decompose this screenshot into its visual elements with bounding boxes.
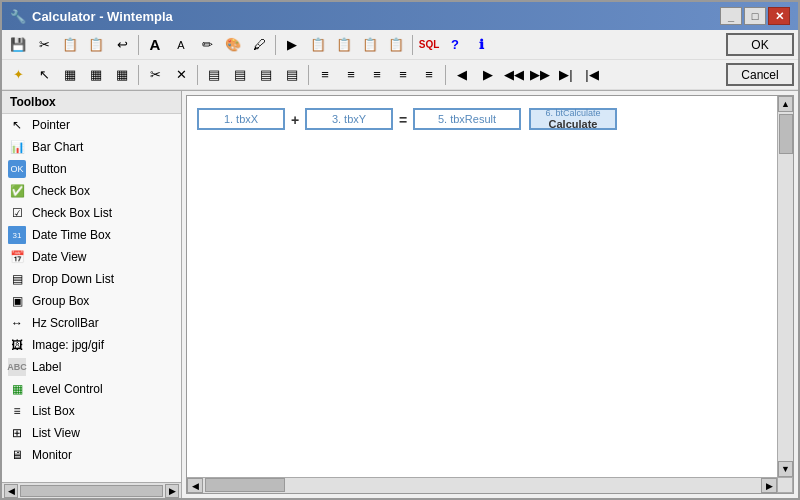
- toolbox-item-level-control[interactable]: ▦ Level Control: [2, 378, 181, 400]
- tb-icon-5[interactable]: 📋: [384, 34, 408, 56]
- nav-4[interactable]: ▶▶: [528, 64, 552, 86]
- canvas-container: 1. tbxX + 3. tbxY = 5. tbxResult 6. btCa…: [182, 91, 798, 498]
- font-a-button[interactable]: A: [143, 34, 167, 56]
- grid-4[interactable]: ▤: [280, 64, 304, 86]
- toolbox-hscroll-left[interactable]: ◀: [4, 484, 18, 498]
- layout-3[interactable]: ≡: [365, 64, 389, 86]
- sql-button[interactable]: SQL: [417, 34, 441, 56]
- toolbox-label-monitor: Monitor: [32, 448, 72, 462]
- toolbox: Toolbox ↖ Pointer 📊 Bar Chart OK Button …: [2, 91, 182, 498]
- nav-6[interactable]: |◀: [580, 64, 604, 86]
- toolbox-hscroll-right[interactable]: ▶: [165, 484, 179, 498]
- toolbox-item-image[interactable]: 🖼 Image: jpg/gif: [2, 334, 181, 356]
- toolbox-item-check-box[interactable]: ✅ Check Box: [2, 180, 181, 202]
- tb-icon-3[interactable]: 📋: [332, 34, 356, 56]
- toolbox-item-label[interactable]: ABC Label: [2, 356, 181, 378]
- tbxResult-label: 5. tbxResult: [438, 113, 496, 125]
- tbxX-field[interactable]: 1. tbxX: [197, 108, 285, 130]
- toolbox-item-list-box[interactable]: ≡ List Box: [2, 400, 181, 422]
- layout-1[interactable]: ≡: [313, 64, 337, 86]
- paste-button[interactable]: 📋: [84, 34, 108, 56]
- toolbox-hscroll-thumb[interactable]: [20, 485, 163, 497]
- canvas-hscroll-left[interactable]: ◀: [187, 478, 203, 493]
- cursor-button[interactable]: ↖: [32, 64, 56, 86]
- toolbox-item-button[interactable]: OK Button: [2, 158, 181, 180]
- toolbox-label-check-box-list: Check Box List: [32, 206, 112, 220]
- separator-2: [275, 35, 276, 55]
- toolbox-item-date-time-box[interactable]: 31 Date Time Box: [2, 224, 181, 246]
- save-button[interactable]: 💾: [6, 34, 30, 56]
- toolbox-item-pointer[interactable]: ↖ Pointer: [2, 114, 181, 136]
- tbxY-field[interactable]: 3. tbxY: [305, 108, 393, 130]
- tb-icon-2[interactable]: 📋: [306, 34, 330, 56]
- undo-button[interactable]: ↩: [110, 34, 134, 56]
- bar-chart-icon: 📊: [8, 138, 26, 156]
- toolbox-item-drop-down-list[interactable]: ▤ Drop Down List: [2, 268, 181, 290]
- delete-button[interactable]: ✕: [169, 64, 193, 86]
- minimize-button[interactable]: _: [720, 7, 742, 25]
- nav-1[interactable]: ◀: [450, 64, 474, 86]
- toolbox-item-list-view[interactable]: ⊞ List View: [2, 422, 181, 444]
- toolbox-hscroll[interactable]: ◀ ▶: [2, 482, 181, 498]
- nav-2[interactable]: ▶: [476, 64, 500, 86]
- maximize-button[interactable]: □: [744, 7, 766, 25]
- layout-2[interactable]: ≡: [339, 64, 363, 86]
- toolbar-area: 💾 ✂ 📋 📋 ↩ A A ✏ 🎨 🖊 ▶ 📋 📋 📋 📋 SQL ? ℹ OK: [2, 30, 798, 91]
- canvas-vscroll-thumb[interactable]: [779, 114, 793, 154]
- nav-3[interactable]: ◀◀: [502, 64, 526, 86]
- toolbox-item-monitor[interactable]: 🖥 Monitor: [2, 444, 181, 466]
- separator-7: [445, 65, 446, 85]
- grid-3[interactable]: ▤: [254, 64, 278, 86]
- grid-2[interactable]: ▤: [228, 64, 252, 86]
- grid-1[interactable]: ▤: [202, 64, 226, 86]
- toolbox-item-bar-chart[interactable]: 📊 Bar Chart: [2, 136, 181, 158]
- canvas-hscroll[interactable]: ◀ ▶: [187, 477, 777, 493]
- toolbar-row-1: 💾 ✂ 📋 📋 ↩ A A ✏ 🎨 🖊 ▶ 📋 📋 📋 📋 SQL ? ℹ OK: [2, 30, 798, 60]
- info-button[interactable]: ℹ: [469, 34, 493, 56]
- help-button[interactable]: ?: [443, 34, 467, 56]
- toolbox-item-hz-scrollbar[interactable]: ↔ Hz ScrollBar: [2, 312, 181, 334]
- canvas-vscroll-up[interactable]: ▲: [778, 96, 793, 112]
- toolbox-label-date-time-box: Date Time Box: [32, 228, 111, 242]
- tb-icon-1[interactable]: ▶: [280, 34, 304, 56]
- cut-button[interactable]: ✂: [32, 34, 56, 56]
- close-button[interactable]: ✕: [768, 7, 790, 25]
- canvas-area[interactable]: 1. tbxX + 3. tbxY = 5. tbxResult 6. btCa…: [186, 95, 794, 494]
- tb-icon-4[interactable]: 📋: [358, 34, 382, 56]
- label-icon: ABC: [8, 358, 26, 376]
- toolbox-label-pointer: Pointer: [32, 118, 70, 132]
- equals-label: =: [399, 112, 407, 128]
- canvas-vscroll-down[interactable]: ▼: [778, 461, 793, 477]
- canvas-vscroll[interactable]: ▲ ▼: [777, 96, 793, 477]
- tbxResult-field[interactable]: 5. tbxResult: [413, 108, 521, 130]
- toolbox-item-group-box[interactable]: ▣ Group Box: [2, 290, 181, 312]
- paint-button[interactable]: 🎨: [221, 34, 245, 56]
- toolbox-body[interactable]: ↖ Pointer 📊 Bar Chart OK Button ✅ Check …: [2, 114, 181, 482]
- toolbox-label-label: Label: [32, 360, 61, 374]
- align-1[interactable]: ▦: [58, 64, 82, 86]
- align-2[interactable]: ▦: [84, 64, 108, 86]
- separator-6: [308, 65, 309, 85]
- layout-5[interactable]: ≡: [417, 64, 441, 86]
- font-a2-button[interactable]: A: [169, 34, 193, 56]
- toolbox-label-list-box: List Box: [32, 404, 75, 418]
- cancel-button[interactable]: Cancel: [726, 63, 794, 86]
- canvas-hscroll-thumb[interactable]: [205, 478, 285, 492]
- pen-button[interactable]: ✏: [195, 34, 219, 56]
- canvas-hscroll-right[interactable]: ▶: [761, 478, 777, 493]
- ok-button[interactable]: OK: [726, 33, 794, 56]
- toolbox-item-date-view[interactable]: 📅 Date View: [2, 246, 181, 268]
- copy-button[interactable]: 📋: [58, 34, 82, 56]
- star-button[interactable]: ✦: [6, 64, 30, 86]
- layout-4[interactable]: ≡: [391, 64, 415, 86]
- pointer-icon: ↖: [8, 116, 26, 134]
- align-3[interactable]: ▦: [110, 64, 134, 86]
- btCalculate-button[interactable]: 6. btCalculateCalculate: [529, 108, 617, 130]
- toolbox-label-level-control: Level Control: [32, 382, 103, 396]
- nav-5[interactable]: ▶|: [554, 64, 578, 86]
- separator-5: [197, 65, 198, 85]
- toolbox-label-image: Image: jpg/gif: [32, 338, 104, 352]
- toolbox-item-check-box-list[interactable]: ☑ Check Box List: [2, 202, 181, 224]
- fill-button[interactable]: 🖊: [247, 34, 271, 56]
- cut2-button[interactable]: ✂: [143, 64, 167, 86]
